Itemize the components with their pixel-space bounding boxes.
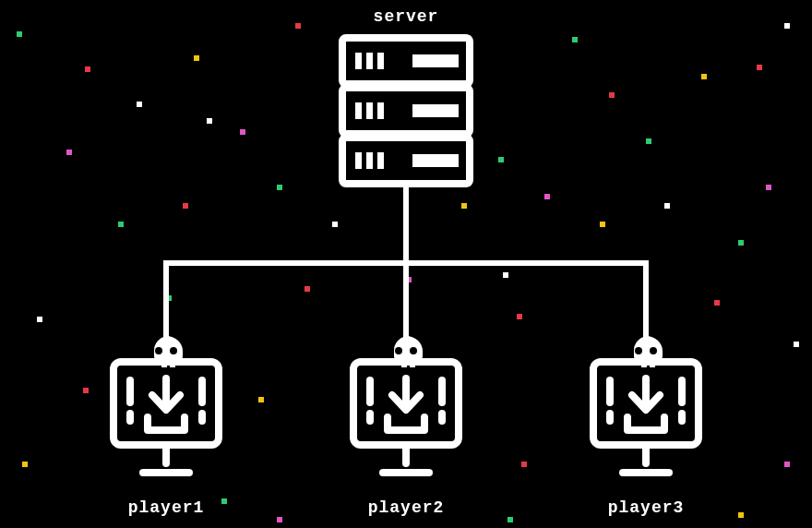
- server-rack-icon: [337, 32, 475, 189]
- svg-point-28: [155, 347, 162, 354]
- player2-node: [346, 334, 466, 482]
- player3-label: player3: [572, 498, 720, 517]
- svg-point-39: [410, 347, 417, 354]
- svg-rect-12: [355, 102, 362, 119]
- svg-rect-14: [377, 102, 384, 119]
- svg-rect-19: [412, 154, 459, 167]
- player1-label: player1: [92, 498, 240, 517]
- player1-node: [106, 334, 226, 482]
- svg-point-29: [170, 347, 177, 354]
- infected-computer-icon: [346, 334, 466, 482]
- svg-point-49: [650, 347, 657, 354]
- svg-rect-15: [412, 104, 459, 117]
- svg-rect-8: [355, 53, 362, 69]
- diagram-stage: server: [0, 0, 812, 528]
- player3-node: [586, 334, 706, 482]
- svg-rect-9: [366, 53, 373, 69]
- svg-point-48: [635, 347, 642, 354]
- svg-rect-16: [355, 152, 362, 169]
- infected-computer-icon: [106, 334, 226, 482]
- player2-label: player2: [332, 498, 480, 517]
- server-label: server: [332, 7, 480, 26]
- server-node: [337, 32, 475, 189]
- svg-rect-11: [412, 54, 459, 67]
- svg-rect-13: [366, 102, 373, 119]
- svg-point-38: [395, 347, 402, 354]
- infected-computer-icon: [586, 334, 706, 482]
- svg-rect-18: [377, 152, 384, 169]
- svg-rect-10: [377, 53, 384, 69]
- svg-rect-17: [366, 152, 373, 169]
